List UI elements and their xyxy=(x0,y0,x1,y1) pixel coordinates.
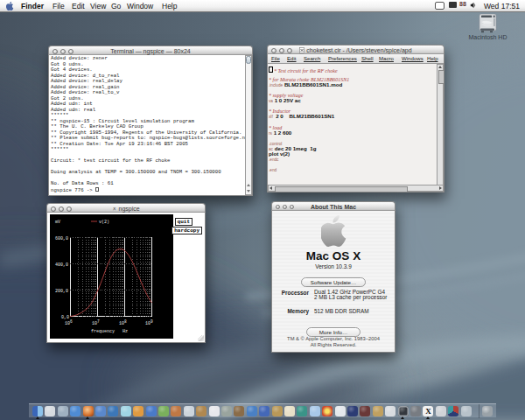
svg-text:200,0: 200,0 xyxy=(55,289,68,294)
svg-text:600,0: 600,0 xyxy=(55,236,68,242)
svg-text:frequency: frequency xyxy=(91,329,115,334)
svg-text:106: 106 xyxy=(65,319,73,326)
svg-text:107: 107 xyxy=(92,319,100,326)
svg-text:v(2): v(2) xyxy=(99,220,109,225)
svg-text:400,0: 400,0 xyxy=(55,262,68,268)
svg-text:Hz: Hz xyxy=(122,329,128,334)
svg-text:109: 109 xyxy=(145,319,153,326)
svg-text:0,0: 0,0 xyxy=(61,315,69,320)
svg-text:108: 108 xyxy=(119,319,127,326)
svg-text:mV: mV xyxy=(55,220,60,225)
